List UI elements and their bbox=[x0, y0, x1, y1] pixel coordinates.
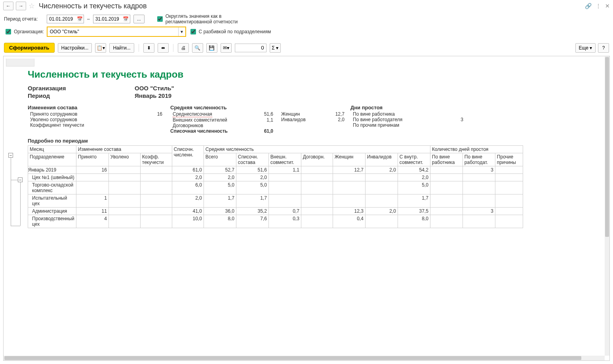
tree-collapse-root[interactable]: − bbox=[8, 153, 13, 158]
employer-fault-label: По вине работодателя bbox=[350, 117, 451, 122]
cell-dept: Администрация bbox=[28, 208, 76, 215]
favorite-star-icon[interactable]: ☆ bbox=[29, 2, 35, 10]
worker-fault-label: По вине работника bbox=[350, 111, 451, 117]
col-internal: С внутр. совместит. bbox=[398, 153, 430, 166]
help-button[interactable]: ? bbox=[598, 43, 609, 53]
org-dropdown[interactable]: ▾ bbox=[47, 27, 186, 36]
date-from-input[interactable]: 📅 bbox=[47, 15, 84, 23]
sum-button[interactable]: Σ ▾ bbox=[270, 43, 281, 53]
cell-contract bbox=[301, 166, 333, 174]
cell-dept: Производственный цех bbox=[28, 215, 76, 228]
detail-head: Подробно по периодам bbox=[28, 138, 607, 144]
more-button[interactable]: Еще ▾ bbox=[575, 43, 596, 53]
cell-women bbox=[333, 181, 365, 194]
email-button[interactable]: ✉▾ bbox=[221, 43, 232, 53]
cell-total: 52,7 bbox=[204, 166, 236, 174]
col-other: Прочие причины bbox=[495, 153, 523, 166]
col-ext: Внешн. совместит. bbox=[268, 153, 301, 166]
copy-button[interactable]: 📋▾ bbox=[95, 43, 106, 53]
col-hired: Принято bbox=[76, 153, 109, 166]
calendar-icon[interactable]: 📅 bbox=[76, 16, 84, 22]
cell-worker bbox=[430, 181, 463, 194]
tree-collapse-month[interactable]: − bbox=[18, 177, 23, 182]
cell-ext bbox=[268, 181, 301, 194]
org-checkbox[interactable]: Организация: bbox=[4, 28, 44, 36]
cell-fired bbox=[109, 194, 140, 208]
ext-value: 1,1 bbox=[249, 117, 273, 123]
cell-ext: 1,1 bbox=[268, 166, 301, 174]
cell-contract bbox=[301, 208, 333, 215]
cell-listcnt: 51,6 bbox=[236, 166, 268, 174]
cell-coef bbox=[140, 215, 172, 228]
cell-invalid bbox=[365, 215, 398, 228]
cell-other bbox=[495, 194, 523, 208]
cell-contract bbox=[301, 215, 333, 228]
cell-internal: 2,0 bbox=[398, 174, 430, 181]
period-info-value: Январь 2019 bbox=[135, 92, 171, 99]
org-checkbox-label: Организация: bbox=[14, 29, 44, 34]
cell-worker bbox=[430, 166, 463, 174]
close-icon[interactable]: ✕ bbox=[605, 3, 610, 9]
date-to-input[interactable]: 📅 bbox=[93, 15, 130, 23]
date-to-field[interactable] bbox=[93, 16, 122, 22]
split-checkbox-input[interactable] bbox=[190, 29, 196, 34]
cell-coef bbox=[140, 166, 172, 174]
calendar-icon[interactable]: 📅 bbox=[122, 16, 130, 22]
nav-fwd-button[interactable]: → bbox=[16, 2, 26, 10]
collapse-button[interactable]: ⬌ bbox=[158, 43, 169, 53]
round-checkbox[interactable]: Округлять значения как в регламентирован… bbox=[156, 13, 245, 25]
preview-button[interactable]: 🔍 bbox=[192, 43, 203, 53]
detail-table: Месяц Изменение состава Списочн. численн… bbox=[28, 145, 523, 228]
dash-separator: – bbox=[87, 16, 90, 22]
settings-button[interactable]: Настройки... bbox=[58, 43, 92, 53]
cell-ext bbox=[268, 194, 301, 208]
women-value: 12,7 bbox=[325, 111, 345, 117]
fired-value bbox=[147, 117, 162, 122]
cell-employer: 3 bbox=[463, 166, 495, 174]
link-icon[interactable]: 🔗 bbox=[585, 3, 592, 9]
avglist-label: Среднесписочная bbox=[173, 111, 212, 117]
col-listcnt: Списочн. состава bbox=[236, 153, 268, 166]
cell-coef bbox=[140, 181, 172, 194]
nav-back-button[interactable]: ← bbox=[3, 2, 13, 10]
table-row: Январь 20191661,052,751,61,112,72,054,23 bbox=[28, 166, 523, 174]
changes-head: Изменения состава bbox=[28, 105, 170, 111]
chevron-down-icon[interactable]: ▾ bbox=[178, 27, 185, 36]
cell-employer bbox=[463, 194, 495, 208]
number-input[interactable] bbox=[235, 44, 267, 52]
employer-fault-value: 3 bbox=[451, 117, 463, 122]
cell-fired bbox=[109, 181, 140, 194]
org-checkbox-input[interactable] bbox=[6, 29, 11, 34]
col-coef: Коэфф. текучести bbox=[140, 153, 172, 166]
horizontal-scrollbar[interactable] bbox=[4, 356, 605, 360]
cell-list: 2,0 bbox=[172, 194, 204, 208]
date-from-field[interactable] bbox=[47, 16, 76, 22]
col-avg: Средняя численность bbox=[204, 146, 430, 153]
cell-other bbox=[495, 166, 523, 174]
expand-button[interactable]: ⬍ bbox=[143, 43, 154, 53]
cell-total: 2,0 bbox=[204, 174, 236, 181]
cell-contract bbox=[301, 194, 333, 208]
cell-internal: 37,5 bbox=[398, 208, 430, 215]
report-title: Численность и текучесть кадров bbox=[28, 69, 607, 80]
col-fired: Уволено bbox=[109, 153, 140, 166]
round-checkbox-input[interactable] bbox=[157, 16, 163, 22]
col-dept: Подразделение bbox=[28, 153, 76, 166]
period-picker-button[interactable]: ... bbox=[133, 15, 145, 23]
menu-icon[interactable]: ⋮ bbox=[596, 3, 601, 9]
cell-contract bbox=[301, 181, 333, 194]
cell-worker bbox=[430, 194, 463, 208]
period-info-label: Период bbox=[28, 92, 135, 99]
col-employer: По вине работодат. bbox=[463, 153, 495, 166]
find-button[interactable]: Найти... bbox=[109, 43, 134, 53]
org-field[interactable] bbox=[48, 27, 178, 36]
cell-hired: 4 bbox=[76, 215, 109, 228]
col-month: Месяц bbox=[28, 146, 76, 153]
generate-button[interactable]: Сформировать bbox=[4, 43, 55, 53]
cell-listcnt: 7,6 bbox=[236, 215, 268, 228]
vertical-scrollbar[interactable] bbox=[605, 56, 609, 356]
split-checkbox[interactable]: С разбивкой по подразделениям bbox=[189, 28, 271, 36]
save-button[interactable]: 💾 bbox=[206, 43, 217, 53]
print-button[interactable]: 🖨 bbox=[178, 43, 189, 53]
col-change: Изменение состава bbox=[76, 146, 172, 153]
